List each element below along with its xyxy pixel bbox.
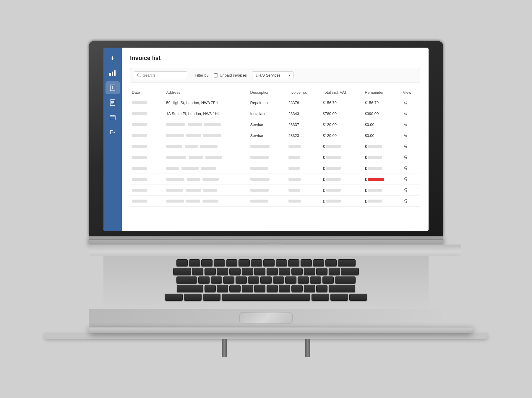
trackpad[interactable] <box>239 312 293 324</box>
cell-description: Installation <box>249 108 287 119</box>
key <box>263 259 275 266</box>
cell-date <box>130 130 164 141</box>
cell-view[interactable]: 🖨 <box>401 130 420 141</box>
key <box>184 294 202 301</box>
cell-view[interactable]: 🖨 <box>401 119 420 130</box>
key <box>251 259 262 266</box>
cell-view[interactable]: 🖨 <box>401 97 420 108</box>
laptop-base-top <box>89 245 461 256</box>
cell-total: £120.00 <box>321 119 363 130</box>
key <box>310 276 321 284</box>
print-icon: 🖨 <box>403 177 408 182</box>
key <box>291 268 303 275</box>
unpaid-filter-group[interactable]: Unpaid invoices <box>214 73 247 77</box>
company-name: J.H.S Services <box>255 73 280 77</box>
cell-date <box>130 97 164 108</box>
col-header-address: Address <box>164 88 248 97</box>
cell-remainder: £ <box>363 152 401 163</box>
cell-address <box>164 119 248 130</box>
cell-date <box>130 119 164 130</box>
keyboard-area <box>103 256 429 309</box>
key <box>189 259 200 266</box>
sidebar-item-add[interactable]: + <box>106 52 120 65</box>
cell-view[interactable]: 🖨 <box>401 163 420 174</box>
laptop-hinge <box>89 236 443 240</box>
cell-date <box>130 141 164 152</box>
search-icon <box>137 73 141 77</box>
cell-invoice-no: 28337 <box>287 119 321 130</box>
key <box>223 276 234 284</box>
key <box>301 259 312 266</box>
col-header-view: View <box>401 88 420 97</box>
remainder-red-bar <box>368 178 384 181</box>
table-row: Service 28337 £120.00 £0.00 🖨 <box>130 119 420 130</box>
unpaid-checkbox[interactable] <box>214 73 218 77</box>
search-box[interactable] <box>134 71 187 79</box>
table-row: £ £ 🖨 <box>130 152 420 163</box>
trackpad-notch <box>267 244 282 245</box>
key <box>260 276 272 284</box>
svg-rect-0 <box>109 73 111 76</box>
cell-address <box>164 196 248 207</box>
key <box>173 268 191 275</box>
cell-date <box>130 174 164 185</box>
table-row: £ £ 🖨 <box>130 141 420 152</box>
desk: + $ <box>59 41 473 357</box>
col-header-date: Date <box>130 88 164 97</box>
key <box>254 268 265 275</box>
sidebar-item-calendar[interactable] <box>106 111 120 124</box>
sidebar-item-charts[interactable] <box>106 67 120 80</box>
cell-address <box>164 152 248 163</box>
key <box>242 268 253 275</box>
cell-view[interactable]: 🖨 <box>401 196 420 207</box>
cell-description <box>249 185 287 196</box>
sidebar-item-invoices[interactable]: $ <box>106 81 120 94</box>
desk-surface <box>44 333 488 339</box>
cell-total: £ <box>321 185 363 196</box>
cell-address: 1A Smith Pl, London, NW8 1HL <box>164 108 248 119</box>
table-row: £ £ 🖨 <box>130 185 420 196</box>
col-header-remainder: Remainder <box>363 88 401 97</box>
company-dropdown[interactable]: J.H.S Services ▾ <box>252 71 293 79</box>
cell-remainder: £ <box>363 163 401 174</box>
key <box>217 285 228 292</box>
cell-description: Service <box>249 119 287 130</box>
cell-view[interactable]: 🖨 <box>401 185 420 196</box>
desk-leg-right <box>305 339 310 357</box>
cell-date <box>130 108 164 119</box>
key <box>214 259 225 266</box>
screen-inner: + $ <box>103 48 429 231</box>
cell-view[interactable]: 🖨 <box>401 152 420 163</box>
key <box>267 285 278 292</box>
key <box>229 268 241 275</box>
cell-view[interactable]: 🖨 <box>401 174 420 185</box>
key <box>198 276 210 284</box>
filter-label: Filter by <box>195 73 208 77</box>
cell-description <box>249 141 287 152</box>
cell-address <box>164 174 248 185</box>
cell-description <box>249 196 287 207</box>
cell-invoice-no <box>287 185 321 196</box>
cell-total: £ <box>321 196 363 207</box>
cell-remainder: £0.00 <box>363 130 401 141</box>
search-input[interactable] <box>143 73 178 77</box>
key-rows <box>103 256 429 304</box>
unpaid-label: Unpaid invoices <box>220 73 247 77</box>
cell-date <box>130 163 164 174</box>
sidebar-item-documents[interactable] <box>106 96 120 109</box>
cell-total: £780.00 <box>321 108 363 119</box>
cell-invoice-no: 28323 <box>287 130 321 141</box>
key <box>316 268 327 275</box>
cell-description: Repair job <box>249 97 287 108</box>
print-icon: 🖨 <box>403 166 408 171</box>
dropdown-arrow-icon: ▾ <box>288 73 290 77</box>
cell-invoice-no <box>287 174 321 185</box>
key <box>313 259 324 266</box>
key <box>341 268 359 275</box>
cell-view[interactable]: 🖨 <box>401 141 420 152</box>
sidebar-item-logout[interactable] <box>106 126 120 139</box>
screen-bezel: + $ <box>89 41 443 236</box>
cell-view[interactable]: 🖨 <box>401 108 420 119</box>
key <box>285 276 296 284</box>
key <box>349 294 367 301</box>
